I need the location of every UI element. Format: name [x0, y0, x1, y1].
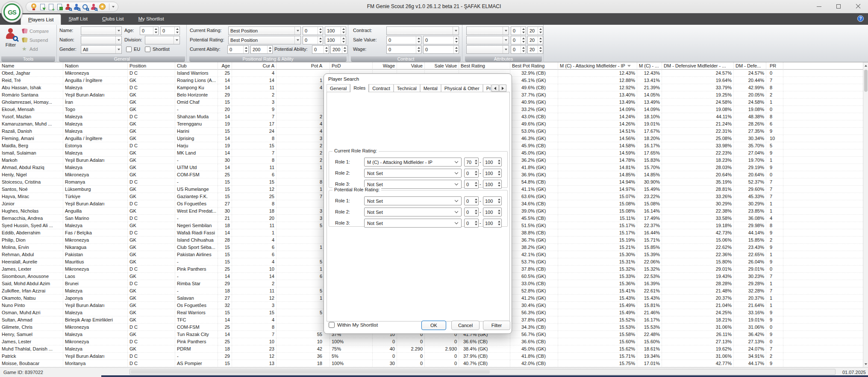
column-header-age[interactable]: Age: [218, 62, 232, 70]
column-header-club[interactable]: Club: [175, 62, 218, 70]
save-file-icon-button[interactable]: [55, 3, 64, 11]
column-header-name[interactable]: Name: [0, 62, 63, 70]
dialog-tab-preferre[interactable]: Preferre: [483, 84, 491, 92]
filter-dialog-button[interactable]: Filter: [483, 321, 510, 330]
potential-role-3-min-stepper[interactable]: 0: [464, 219, 479, 228]
column-header-best_pot_rating[interactable]: Best Pot Rating: [510, 62, 558, 70]
wage-max-stepper[interactable]: 0: [423, 45, 459, 54]
current-role-3-max-stepper[interactable]: 100: [483, 180, 502, 189]
tab-staff-list[interactable]: Staff List: [61, 13, 95, 25]
attribute-min-stepper-3[interactable]: 0: [511, 45, 526, 54]
age-max-stepper[interactable]: 0: [160, 26, 180, 35]
minimize-button[interactable]: [809, 0, 829, 13]
badge-icon-button[interactable]: [98, 3, 106, 11]
dialog-tab-roles[interactable]: Roles: [350, 84, 369, 92]
load-game-icon-button[interactable]: [38, 3, 47, 11]
scroll-down-button[interactable]: [863, 361, 868, 367]
wage-min-stepper[interactable]: 0: [386, 45, 421, 54]
sale-value-max-stepper[interactable]: 0: [423, 36, 459, 44]
new-file-icon-button[interactable]: [47, 3, 55, 11]
tab-clubs-list[interactable]: Clubs List: [95, 13, 131, 25]
tab-scroll-left-button[interactable]: [491, 85, 499, 92]
attribute-max-stepper-1[interactable]: 20: [527, 26, 543, 35]
maximize-button[interactable]: [829, 0, 848, 13]
column-header-pod[interactable]: PoD: [330, 62, 373, 70]
within-my-shortlist-checkbox[interactable]: [329, 322, 335, 328]
cancel-button[interactable]: Cancel: [451, 321, 480, 330]
attribute-select-3[interactable]: [466, 45, 509, 54]
current-rating-min-stepper[interactable]: 0: [303, 26, 323, 35]
current-role-1-select[interactable]: M (C) - Attacking Midfielder - IP: [364, 158, 462, 167]
table-row[interactable]: James, LesterMikronezyaD CPink Panthers2…: [0, 338, 863, 345]
current-role-2-min-stepper[interactable]: 0: [464, 169, 479, 178]
staff-search-icon-button[interactable]: [72, 3, 81, 11]
dialog-tab-physical-other[interactable]: Physical & Other: [441, 84, 483, 92]
column-header-r1p[interactable]: M (C) - ...: [637, 62, 662, 70]
compare-button[interactable]: Compare: [21, 26, 49, 35]
column-header-r2p[interactable]: DM - Defe...: [734, 62, 766, 70]
potential-role-2-max-stepper[interactable]: 100: [483, 207, 502, 216]
current-ability-min-stepper[interactable]: 0: [227, 45, 249, 54]
potential-ability-max-stepper[interactable]: 200: [330, 45, 347, 54]
current-role-1-max-stepper[interactable]: 100: [483, 158, 502, 167]
close-button[interactable]: [848, 0, 868, 13]
scroll-up-button[interactable]: [863, 62, 868, 69]
genie-medal-icon-button[interactable]: [29, 3, 38, 11]
shortlist-checkbox[interactable]: [145, 47, 150, 52]
attribute-select-1[interactable]: [466, 26, 509, 35]
column-header-cur_a[interactable]: Cur A: [232, 62, 277, 70]
contract-select[interactable]: [386, 26, 459, 35]
potential-role-1-select[interactable]: Not Set: [364, 196, 462, 205]
search-icon-button[interactable]: [81, 3, 89, 11]
help-icon[interactable]: ?: [857, 15, 864, 22]
table-row[interactable]: Moisse, BoubacarMoritanyaD CAS Pompier15…: [0, 360, 863, 367]
table-row[interactable]: PatrickYeşil Burun AdalarıD C-2912365%00…: [0, 353, 863, 360]
attribute-max-stepper-2[interactable]: 20: [527, 36, 543, 44]
potential-ability-min-stepper[interactable]: 0: [312, 45, 329, 54]
dialog-tab-general[interactable]: General: [327, 84, 350, 92]
potential-role-3-max-stepper[interactable]: 100: [483, 219, 502, 228]
ok-button[interactable]: OK: [421, 321, 446, 330]
current-rating-select[interactable]: Best Position: [228, 26, 301, 35]
toolbar-overflow-button[interactable]: [109, 3, 115, 10]
vertical-scroll-thumb[interactable]: [864, 70, 868, 92]
dialog-tab-contract[interactable]: Contract: [369, 84, 394, 92]
column-header-pr[interactable]: PR: [766, 62, 783, 70]
column-header-wage[interactable]: Wage: [373, 62, 397, 70]
suspend-button[interactable]: Suspend: [21, 35, 49, 44]
current-role-1-min-stepper[interactable]: 70: [464, 158, 479, 167]
horizontal-scroll-thumb[interactable]: [131, 370, 490, 374]
column-header-position[interactable]: Position: [128, 62, 175, 70]
filter-button[interactable]: Filter: [2, 26, 20, 56]
current-role-3-min-stepper[interactable]: 0: [464, 180, 479, 189]
nation-input[interactable]: [81, 36, 122, 44]
potential-role-1-max-stepper[interactable]: 100: [483, 196, 502, 205]
name-input[interactable]: [81, 26, 122, 35]
column-header-sale_value[interactable]: Sale Value: [425, 62, 459, 70]
column-header-pot_a[interactable]: Pot A: [277, 62, 330, 70]
tab-my-shortlist[interactable]: My Shortlist: [131, 13, 171, 25]
current-ability-max-stepper[interactable]: 200: [250, 45, 273, 54]
column-header-r1c[interactable]: M (C) - Attacking Midfielder - IP: [558, 62, 637, 70]
scout-search-icon-button[interactable]: [89, 3, 98, 11]
table-row[interactable]: Muhd Thahlal, Danish ...MalezyaGKPDRM182…: [0, 345, 863, 353]
add-button[interactable]: Add: [21, 44, 49, 53]
potential-rating-select[interactable]: Best Position: [228, 36, 301, 44]
age-min-stepper[interactable]: 0: [140, 26, 159, 35]
potential-rating-max-stepper[interactable]: 100: [325, 36, 346, 44]
tab-players-list[interactable]: Players List: [21, 14, 61, 25]
attribute-select-2[interactable]: [466, 36, 509, 44]
vertical-scrollbar[interactable]: [863, 62, 868, 367]
player-search-icon-button[interactable]: [64, 3, 72, 11]
dialog-tab-mental[interactable]: Mental: [420, 84, 441, 92]
potential-rating-min-stepper[interactable]: 0: [303, 36, 323, 44]
potential-role-1-min-stepper[interactable]: 0: [464, 196, 479, 205]
sale-value-min-stepper[interactable]: 0: [386, 36, 421, 44]
dialog-tab-technical[interactable]: Technical: [394, 84, 420, 92]
current-role-2-select[interactable]: Not Set: [364, 169, 462, 178]
potential-role-3-select[interactable]: Not Set: [364, 219, 462, 228]
current-rating-max-stepper[interactable]: 100: [325, 26, 346, 35]
column-header-best_rating[interactable]: Best Rating: [459, 62, 510, 70]
app-logo[interactable]: GS: [1, 1, 23, 23]
column-header-value[interactable]: Value: [397, 62, 425, 70]
